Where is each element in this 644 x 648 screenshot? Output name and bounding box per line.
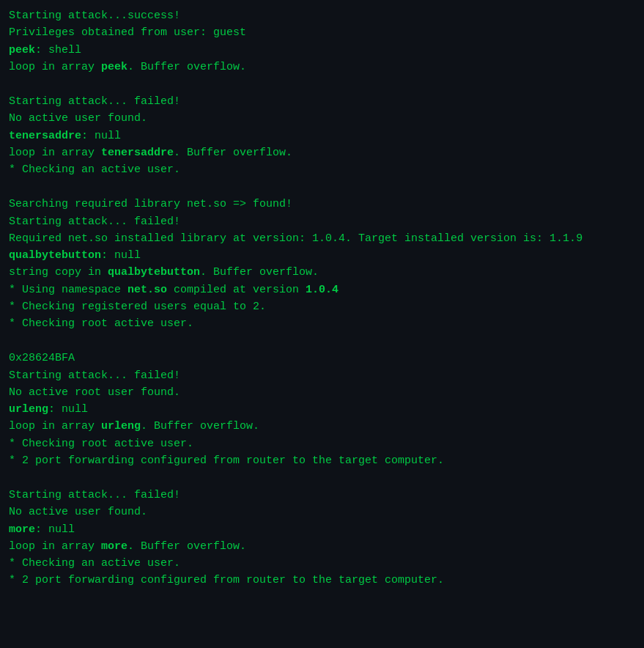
terminal-line: Starting attack... failed! bbox=[9, 213, 635, 230]
terminal-text: : null bbox=[35, 523, 75, 536]
terminal-text: * 2 port forwarding configured from rout… bbox=[9, 574, 444, 586]
terminal-line: * Checking registered users equal to 2. bbox=[9, 298, 635, 315]
terminal-text: loop in array bbox=[9, 420, 101, 432]
terminal-text: tenersaddre bbox=[101, 147, 174, 159]
terminal-text: Starting attack... failed! bbox=[9, 95, 180, 108]
terminal-line: Starting attack...success! bbox=[9, 7, 635, 24]
block-spacer bbox=[9, 474, 635, 487]
terminal-line: Starting attack... failed! bbox=[9, 367, 635, 384]
terminal-block: 0x28624BFAStarting attack... failed!No a… bbox=[9, 350, 635, 469]
terminal-block: Starting attack... failed!No active user… bbox=[9, 487, 635, 589]
terminal-line: string copy in qualbytebutton. Buffer ov… bbox=[9, 264, 635, 281]
terminal-text: Starting attack... failed! bbox=[9, 216, 180, 228]
terminal-text: . Buffer overflow. bbox=[174, 147, 292, 159]
terminal-text: * Checking registered users equal to 2. bbox=[9, 301, 266, 313]
terminal-line: * 2 port forwarding configured from rout… bbox=[9, 572, 635, 589]
terminal-text: compiled at version bbox=[167, 284, 306, 296]
terminal-output: Starting attack...success!Privileges obt… bbox=[9, 7, 635, 589]
block-spacer bbox=[9, 336, 635, 350]
terminal-text: : shell bbox=[35, 44, 81, 56]
terminal-line: loop in array more. Buffer overflow. bbox=[9, 538, 635, 555]
terminal-line: No active user found. bbox=[9, 110, 635, 127]
terminal-text: * Using namespace bbox=[9, 284, 127, 296]
terminal-line: urleng: null bbox=[9, 401, 635, 418]
terminal-text: * Checking root active user. bbox=[9, 438, 193, 450]
terminal-text: loop in array bbox=[9, 540, 101, 553]
terminal-text: 0x28624BFA bbox=[9, 352, 75, 364]
terminal-text: Starting attack...success! bbox=[9, 10, 180, 22]
terminal-block: Starting attack... failed!No active user… bbox=[9, 93, 635, 178]
terminal-text: : null bbox=[81, 130, 121, 142]
terminal-text: No active user found. bbox=[9, 506, 147, 518]
terminal-text: Required net.so installed library at ver… bbox=[9, 232, 582, 245]
terminal-text: No active root user found. bbox=[9, 386, 180, 399]
terminal-line: tenersaddre: null bbox=[9, 128, 635, 144]
terminal-line: No active user found. bbox=[9, 504, 635, 520]
terminal-text: * 2 port forwarding configured from rout… bbox=[9, 454, 444, 467]
terminal-line: Starting attack... failed! bbox=[9, 487, 635, 504]
terminal-text: urleng bbox=[101, 420, 141, 432]
terminal-line: loop in array tenersaddre. Buffer overfl… bbox=[9, 144, 635, 161]
terminal-line: Privileges obtained from user: guest bbox=[9, 24, 635, 41]
terminal-text: 1.0.4 bbox=[306, 284, 338, 296]
terminal-text: qualbytebutton bbox=[9, 249, 101, 262]
terminal-text: . Buffer overflow. bbox=[127, 61, 246, 73]
terminal-line: * 2 port forwarding configured from rout… bbox=[9, 452, 635, 469]
terminal-line: loop in array urleng. Buffer overflow. bbox=[9, 418, 635, 435]
terminal-text: : null bbox=[101, 249, 141, 262]
terminal-line: * Checking root active user. bbox=[9, 435, 635, 452]
terminal-text: * Checking an active user. bbox=[9, 163, 180, 176]
terminal-text: . Buffer overflow. bbox=[200, 266, 319, 279]
terminal-line: loop in array peek. Buffer overflow. bbox=[9, 59, 635, 76]
terminal-block: Searching required library net.so => fou… bbox=[9, 196, 635, 332]
terminal-text: tenersaddre bbox=[9, 130, 81, 142]
terminal-line: peek: shell bbox=[9, 42, 635, 59]
terminal-line: Starting attack... failed! bbox=[9, 93, 635, 110]
terminal-text: loop in array bbox=[9, 61, 101, 73]
terminal-text: No active user found. bbox=[9, 112, 147, 125]
terminal-line: * Using namespace net.so compiled at ver… bbox=[9, 281, 635, 298]
terminal-text: . Buffer overflow. bbox=[127, 540, 246, 553]
terminal-text: Starting attack... failed! bbox=[9, 369, 180, 382]
terminal-line: * Checking an active user. bbox=[9, 161, 635, 178]
terminal-text: net.so bbox=[127, 284, 167, 296]
terminal-text: peek bbox=[9, 44, 35, 56]
terminal-text: . Buffer overflow. bbox=[141, 420, 259, 432]
terminal-text: loop in array bbox=[9, 147, 101, 159]
terminal-line: Required net.so installed library at ver… bbox=[9, 230, 635, 247]
terminal-text: more bbox=[9, 523, 35, 536]
terminal-line: * Checking an active user. bbox=[9, 555, 635, 572]
terminal-text: string copy in bbox=[9, 266, 108, 279]
terminal-line: more: null bbox=[9, 521, 635, 538]
terminal-line: 0x28624BFA bbox=[9, 350, 635, 367]
terminal-text: : null bbox=[48, 403, 88, 416]
terminal-line: No active root user found. bbox=[9, 384, 635, 401]
terminal-text: * Checking an active user. bbox=[9, 557, 180, 570]
terminal-line: Searching required library net.so => fou… bbox=[9, 196, 635, 213]
terminal-text: more bbox=[101, 540, 127, 553]
terminal-text: Starting attack... failed! bbox=[9, 489, 180, 501]
terminal-text: Privileges obtained from user: guest bbox=[9, 26, 246, 39]
block-spacer bbox=[9, 183, 635, 196]
terminal-line: qualbytebutton: null bbox=[9, 247, 635, 264]
terminal-line: * Checking root active user. bbox=[9, 315, 635, 332]
terminal-text: qualbytebutton bbox=[108, 266, 200, 279]
terminal-text: * Checking root active user. bbox=[9, 317, 193, 330]
terminal-block: Starting attack...success!Privileges obt… bbox=[9, 7, 635, 76]
terminal-text: peek bbox=[101, 61, 127, 73]
terminal-text: urleng bbox=[9, 403, 48, 416]
terminal-text: Searching required library net.so => fou… bbox=[9, 198, 292, 210]
block-spacer bbox=[9, 80, 635, 93]
